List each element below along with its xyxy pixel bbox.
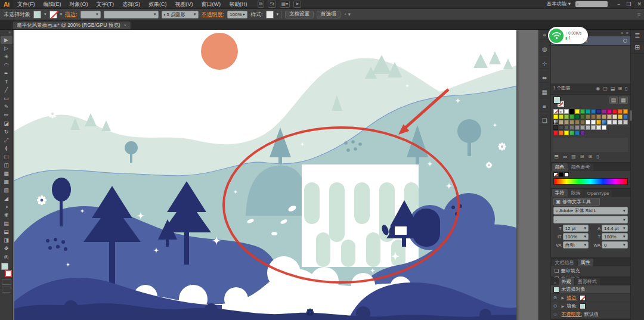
stroke-dropdown-icon[interactable]: ▾ [60, 12, 63, 17]
canvas-area[interactable] [13, 30, 538, 320]
pencil-tool[interactable]: ✏ [1, 111, 13, 119]
swatch-libraries-icon[interactable]: ⬒ [555, 154, 559, 159]
opacity-label[interactable]: 不透明度: [202, 11, 225, 18]
hand-tool[interactable]: ✥ [1, 244, 13, 253]
document-setup-button[interactable]: 文档设置 [285, 11, 314, 18]
character-tab[interactable]: 段落 [568, 189, 584, 197]
swatch[interactable] [575, 125, 580, 130]
column-graph-tool[interactable]: ▤ [1, 219, 13, 228]
swatch[interactable] [618, 109, 623, 114]
menu-item[interactable]: 效果(C) [144, 1, 171, 8]
swatch[interactable] [559, 131, 564, 135]
dropdown-icon[interactable]: ▾ [584, 226, 587, 231]
swatch[interactable] [591, 120, 596, 125]
field-value[interactable]: 12 pt▾ [563, 225, 589, 232]
swatch[interactable] [591, 125, 596, 130]
share-icon[interactable]: ➤ [293, 1, 301, 8]
blend-tool[interactable]: ◑ [1, 203, 13, 211]
line-segment-tool[interactable]: ╱ [1, 86, 13, 94]
color-none-chip[interactable] [553, 172, 558, 177]
panel-collapse-icon[interactable]: » [621, 31, 624, 35]
locate-object-icon[interactable]: ◉ [596, 86, 600, 91]
perspective-grid-tool[interactable]: ▦ [1, 169, 13, 178]
document-tab[interactable]: 扁平化风景插画.ai* @ 200% (RGB/GPU 预览) × [12, 21, 131, 29]
swatch[interactable] [575, 120, 580, 125]
swatch[interactable] [569, 125, 574, 130]
clipping-mask-icon[interactable]: ▢ [603, 86, 608, 91]
eraser-tool[interactable]: ◪ [1, 119, 13, 128]
stroke-profile-select[interactable]: ▾ [104, 11, 159, 18]
magic-wand-tool[interactable]: ✳ [1, 52, 13, 61]
swatch[interactable] [580, 125, 585, 130]
menu-item[interactable]: 编辑(E) [39, 1, 66, 8]
swatch[interactable] [596, 125, 601, 130]
menu-item[interactable]: 文字(T) [92, 1, 119, 8]
stroke-weight-label[interactable]: 描边: [65, 11, 78, 18]
swatch[interactable] [623, 114, 628, 119]
panel-menu-icon[interactable]: ≡ [626, 31, 628, 35]
menu-item[interactable]: 窗口(W) [197, 1, 225, 8]
swatch[interactable] [596, 109, 601, 114]
new-layer-icon[interactable]: ⊞ [618, 86, 622, 91]
swatch[interactable] [607, 120, 612, 125]
overprint-fill-checkbox[interactable]: 叠印填充 [555, 268, 627, 274]
artboards-panel-icon[interactable]: ⊞ [631, 42, 644, 54]
color-spectrum-bar[interactable] [553, 178, 628, 185]
swatch[interactable] [602, 125, 606, 130]
dropdown-icon[interactable]: ▾ [623, 234, 626, 239]
swatch-registration[interactable]: ✛ [559, 109, 564, 114]
swatch[interactable] [623, 109, 628, 114]
minimize-button[interactable]: − [617, 1, 620, 7]
align-panel-icon[interactable]: ⊹ [539, 58, 550, 69]
symbols-panel-icon[interactable]: ❏ [539, 116, 550, 126]
visibility-icon[interactable]: ⊙ [553, 303, 559, 309]
swatch[interactable] [580, 114, 585, 119]
fill-dropdown-icon[interactable]: ▾ [44, 12, 47, 17]
swatch[interactable] [586, 114, 590, 119]
fill-color-swatch[interactable] [33, 11, 41, 18]
search-input[interactable]: ⌕ [575, 1, 608, 7]
swatch[interactable] [596, 114, 601, 119]
swatch[interactable] [569, 120, 574, 125]
swatch[interactable] [575, 131, 580, 135]
swatch[interactable] [564, 109, 569, 114]
field-value[interactable]: 100%▾ [563, 233, 589, 240]
font-family-select[interactable]: ⌕ Adobe 宋体 Std L ▾ [553, 207, 628, 215]
attributes-tab[interactable]: 属性 [578, 259, 593, 266]
swatch[interactable] [553, 120, 558, 125]
info-panel-icon[interactable]: ◍ [539, 44, 550, 54]
appearance-stroke-chip[interactable] [580, 295, 586, 301]
appearance-menu-icon[interactable]: ≡ [552, 281, 558, 285]
free-transform-tool[interactable]: ⬚ [1, 153, 13, 161]
swatch[interactable] [591, 109, 596, 114]
field-value[interactable]: 自动▾ [563, 241, 589, 248]
swatch[interactable] [564, 131, 569, 135]
swatch[interactable] [580, 131, 585, 135]
field-value[interactable]: 0▾ [602, 241, 628, 248]
swatch[interactable] [623, 120, 628, 125]
field-value[interactable]: 100%▾ [602, 233, 628, 240]
swatch[interactable] [553, 131, 558, 135]
close-button[interactable]: ✕ [637, 1, 642, 7]
swatch[interactable] [559, 125, 564, 130]
stroke-panel-icon[interactable]: ≡ [539, 101, 550, 111]
swatch[interactable] [607, 109, 612, 114]
menu-item[interactable]: 对象(O) [66, 1, 92, 8]
character-tab[interactable]: OpenType [584, 190, 612, 197]
direct-selection-tool[interactable]: ▷ [1, 44, 13, 52]
swatch-options-icon[interactable]: ⊟ [580, 154, 584, 159]
selection-tool[interactable]: ▶ [1, 36, 13, 44]
swatch[interactable] [569, 131, 574, 135]
new-color-group-icon[interactable]: ⊞ [589, 154, 593, 159]
swatch[interactable] [612, 114, 617, 119]
delete-layer-icon[interactable]: ▯ [625, 86, 627, 91]
shape-builder-tool[interactable]: ◫ [1, 161, 13, 169]
appearance-opacity-row[interactable]: ⊙ 不透明度: 默认值 [551, 310, 630, 319]
control-panel-menu-icon[interactable]: ≡ [637, 11, 640, 17]
opacity-field[interactable]: 100%▸ [227, 11, 247, 18]
swatch[interactable] [575, 114, 580, 119]
character-tab[interactable]: 字符 [552, 189, 568, 197]
color-white-chip[interactable] [564, 172, 569, 177]
pathfinder-panel-icon[interactable]: ▦ [539, 87, 550, 97]
draw-normal-mode-button[interactable] [2, 279, 11, 285]
